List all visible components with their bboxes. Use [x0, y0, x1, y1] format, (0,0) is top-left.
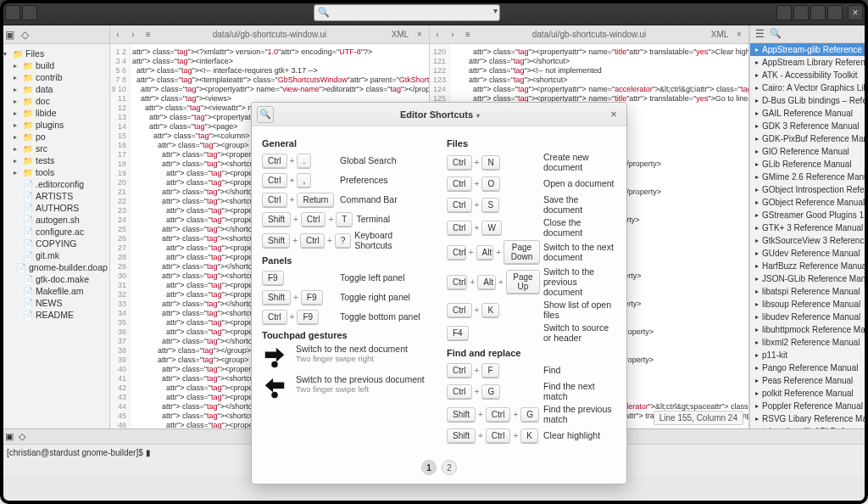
- key-cap: W: [481, 221, 501, 235]
- key-cap: O: [481, 176, 500, 191]
- shortcut-desc: Switch to the next document: [543, 242, 616, 262]
- shortcut-desc: Open a document: [543, 178, 614, 188]
- shortcut-row: Ctrl+ReturnCommand Bar: [262, 191, 431, 208]
- key-cap: Ctrl: [447, 384, 472, 399]
- chevron-down-icon[interactable]: ▾: [476, 112, 480, 120]
- key-cap: Ctrl: [447, 303, 472, 317]
- key-cap: ?: [335, 233, 351, 248]
- shortcut-desc: Keyboard Shortcuts: [354, 230, 431, 250]
- shortcut-desc: Create new document: [543, 152, 616, 172]
- shortcut-row: Ctrl+OOpen a document: [447, 175, 616, 192]
- dialog-close-button[interactable]: ×: [606, 108, 621, 120]
- shortcut-desc: Command Bar: [340, 194, 398, 204]
- key-cap: .: [297, 154, 311, 168]
- key-cap: F4: [447, 326, 469, 340]
- shortcut-row: Ctrl+WClose the document: [447, 217, 616, 238]
- svg-point-0: [271, 361, 278, 368]
- shortcut-desc: Switch to the previous document: [543, 266, 616, 297]
- key-cap: K: [520, 428, 538, 443]
- shortcut-desc: Toggle bottom panel: [340, 311, 420, 322]
- key-cap: G: [520, 407, 539, 422]
- shortcut-desc: Find the next match: [543, 381, 616, 401]
- section-title: Find and replace: [447, 348, 616, 358]
- shortcut-desc: Terminal: [356, 214, 390, 224]
- key-cap: Ctrl: [447, 198, 472, 212]
- shortcut-desc: Global Search: [340, 155, 397, 165]
- key-cap: Page Up: [506, 270, 540, 294]
- key-cap: Page Down: [504, 240, 540, 264]
- key-cap: Shift: [447, 428, 476, 443]
- key-cap: Ctrl: [447, 155, 472, 170]
- key-cap: Ctrl: [262, 310, 287, 324]
- shortcut-desc: Find: [543, 365, 560, 375]
- key-cap: ,: [297, 173, 311, 188]
- shortcut-desc: Preferences: [340, 175, 388, 185]
- swipe-gesture-icon: [262, 374, 287, 401]
- key-cap: N: [481, 155, 499, 170]
- key-cap: G: [481, 384, 500, 399]
- key-cap: Alt: [476, 245, 494, 260]
- shortcut-row: Shift+Ctrl+GFind the previous match: [447, 404, 616, 424]
- shortcut-row: Ctrl+Alt+Page DownSwitch to the next doc…: [447, 240, 616, 264]
- shortcut-row: Ctrl+Alt+Page UpSwitch to the previous d…: [447, 266, 616, 297]
- key-cap: Ctrl: [447, 245, 466, 260]
- key-cap: Ctrl: [301, 212, 326, 227]
- shortcut-desc: Switch to source or header: [543, 322, 616, 343]
- shortcuts-dialog: 🔍 Editor Shortcuts▾ × GeneralCtrl+.Globa…: [251, 102, 627, 484]
- shortcut-row: Shift+Ctrl+TTerminal: [262, 210, 431, 227]
- key-cap: Shift: [262, 233, 290, 248]
- key-cap: T: [336, 212, 353, 227]
- shortcut-row: F4Switch to source or header: [447, 322, 616, 343]
- key-cap: S: [481, 198, 499, 212]
- shortcut-row: Ctrl+F9Toggle bottom panel: [262, 308, 431, 325]
- key-cap: Ctrl: [262, 154, 287, 168]
- section-title: General: [262, 138, 431, 148]
- shortcut-desc: Toggle left panel: [340, 272, 404, 283]
- key-cap: Ctrl: [486, 407, 511, 422]
- swipe-gesture-icon: [262, 344, 287, 371]
- shortcut-desc: Clear highlight: [543, 430, 600, 440]
- key-cap: F9: [297, 310, 319, 324]
- key-cap: Ctrl: [262, 193, 287, 207]
- key-cap: Shift: [262, 290, 291, 305]
- pager-dot[interactable]: 1: [421, 460, 437, 475]
- shortcut-row: Ctrl+KShow list of open files: [447, 300, 616, 320]
- shortcut-row: Shift+Ctrl+KClear highlight: [447, 427, 616, 444]
- section-title: Touchpad gestures: [262, 330, 431, 340]
- shortcut-desc: Close the document: [543, 217, 616, 238]
- shortcut-desc: Find the previous match: [543, 404, 616, 424]
- key-cap: Ctrl: [447, 176, 472, 191]
- key-cap: F9: [301, 290, 323, 305]
- key-cap: Ctrl: [447, 363, 472, 378]
- shortcut-row: F9Toggle left panel: [262, 269, 431, 286]
- shortcut-row: Ctrl+,Preferences: [262, 171, 431, 188]
- key-cap: Ctrl: [300, 233, 325, 248]
- shortcut-row: Shift+Ctrl+?Keyboard Shortcuts: [262, 230, 431, 250]
- key-cap: Ctrl: [447, 221, 472, 235]
- gesture-row: Switch to the next documentTwo finger sw…: [262, 344, 431, 371]
- svg-point-1: [271, 392, 278, 399]
- key-cap: F9: [262, 271, 284, 285]
- shortcut-row: Ctrl+FFind: [447, 361, 616, 378]
- shortcut-row: Ctrl+NCreate new document: [447, 152, 616, 172]
- key-cap: Ctrl: [486, 428, 511, 443]
- shortcut-desc: Save the document: [543, 194, 616, 215]
- key-cap: Ctrl: [262, 173, 287, 188]
- gesture-row: Switch to the previous documentTwo finge…: [262, 374, 431, 401]
- key-cap: Alt: [477, 275, 496, 289]
- shortcut-row: Shift+F9Toggle right panel: [262, 288, 431, 305]
- key-cap: Ctrl: [447, 275, 467, 289]
- section-title: Files: [447, 138, 616, 148]
- dialog-title: Editor Shortcuts▾: [274, 109, 606, 120]
- key-cap: Shift: [447, 407, 476, 422]
- pager-dot[interactable]: 2: [442, 460, 457, 475]
- shortcut-desc: Toggle right panel: [340, 292, 410, 302]
- dialog-pager: 12: [252, 455, 626, 484]
- key-cap: K: [481, 303, 499, 317]
- shortcut-row: Ctrl+SSave the document: [447, 194, 616, 215]
- dialog-search-button[interactable]: 🔍: [257, 106, 274, 123]
- shortcut-desc: Show list of open files: [543, 300, 616, 320]
- key-cap: Shift: [262, 212, 291, 227]
- section-title: Panels: [262, 255, 431, 266]
- shortcut-row: Ctrl+.Global Search: [262, 152, 431, 169]
